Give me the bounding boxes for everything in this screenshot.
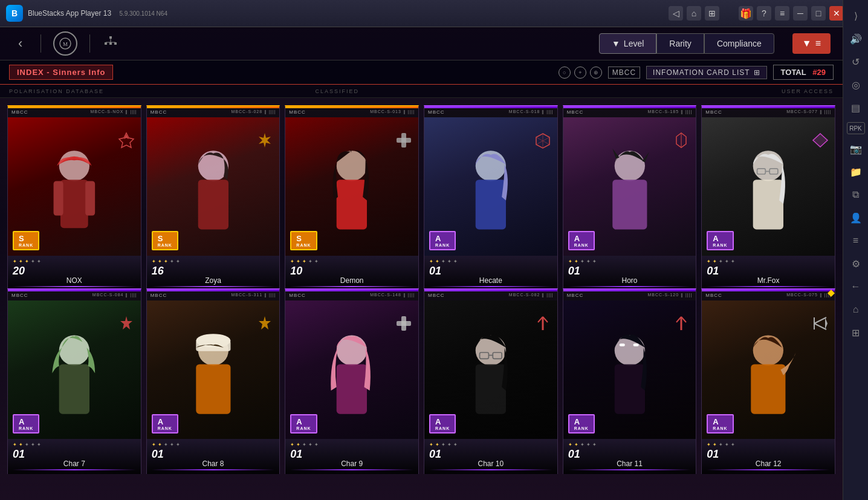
svg-rect-11 [60, 180, 88, 228]
filter-button[interactable]: ▼ ≡ [792, 33, 831, 54]
multiwindow-btn[interactable]: ⊞ [705, 6, 719, 21]
sidebar-folder-icon[interactable]: 📁 [845, 161, 867, 183]
sidebar-sound-icon[interactable]: 🔊 [845, 28, 867, 50]
char-level: 01 [568, 265, 691, 276]
char-name: NOX [13, 276, 136, 285]
stars-row: ✦ ✦ ✦ ✦ ✦ [707, 259, 830, 264]
char-level: 01 [152, 449, 275, 459]
sidebar-back-icon[interactable]: ← [845, 276, 867, 297]
char-card-11[interactable]: MBCC MBCC-S-120 ‖ |||| [563, 288, 697, 474]
sort-rarity-btn[interactable]: Rarity [656, 33, 704, 54]
restore-btn[interactable]: □ [811, 6, 826, 21]
svg-rect-15 [198, 180, 228, 229]
sidebar-settings-icon[interactable]: ⚙ [845, 253, 867, 274]
char-card-horo[interactable]: MBCC MBCC-S-185 ‖ |||| ARANK [563, 105, 697, 291]
sidebar-user-icon[interactable]: 👤 [845, 207, 867, 229]
char-card-nox[interactable]: MBCC MBCC-S-NOX ‖ |||| [7, 105, 141, 291]
rank-badge: ARANK [290, 414, 317, 433]
stars-row: ✦ ✦ ✦ ✦ ✦ [13, 259, 136, 264]
svg-rect-54 [633, 343, 638, 346]
char-name: Char 7 [13, 459, 136, 468]
char-level: 01 [290, 449, 413, 459]
card-bottom: ✦ ✦ ✦ ✦ ✦ 01 Char 9 [285, 440, 418, 474]
sidebar-rpk-icon[interactable]: RPK [847, 122, 865, 134]
sidebar-screenshot-icon[interactable]: 📷 [845, 138, 867, 160]
sidebar-rotate-icon[interactable]: ↺ [845, 51, 867, 73]
nav-back-button[interactable]: ‹ [12, 33, 28, 54]
char-name: Char 12 [707, 459, 830, 468]
card-accent [563, 290, 696, 291]
svg-rect-2 [109, 36, 112, 39]
sort-compliance-btn[interactable]: Compliance [704, 33, 774, 54]
char-card-hecate[interactable]: MBCC MBCC-S-018 ‖ |||| ARANK [424, 105, 558, 291]
card-bottom: ✦ ✦ ✦ ✦ ✦ 01 Char 7 [8, 440, 141, 474]
char-card-zoya[interactable]: MBCC MBCC-S-028 ‖ |||| SRANK [146, 105, 280, 291]
sidebar-camera-icon[interactable]: ◎ [845, 74, 867, 96]
char-name: Hecate [429, 276, 552, 285]
char-level: 01 [429, 449, 552, 459]
char-level: 01 [707, 449, 830, 459]
stars-row: ✦ ✦ ✦ ✦ ✦ [429, 259, 552, 264]
svg-rect-39 [337, 364, 367, 414]
sidebar-stack-icon[interactable]: ≡ [845, 230, 867, 252]
rank-badge: ARANK [429, 414, 456, 433]
card-accent [285, 106, 418, 108]
rank-badge: ARANK [13, 414, 39, 433]
char-card-12[interactable]: MBCC MBCC-S-075 ‖ |||| ARANK [701, 288, 835, 474]
rank-badge: ARANK [707, 414, 733, 433]
svg-rect-31 [59, 364, 89, 414]
filter-icon: ▼ [802, 38, 812, 49]
svg-rect-24 [612, 180, 647, 229]
minimize-btn[interactable]: ─ [793, 6, 808, 21]
sort-level-btn[interactable]: ▼ Level [599, 33, 656, 54]
filter-lines-icon: ≡ [815, 38, 821, 49]
sidebar-home-icon[interactable]: ⌂ [845, 299, 867, 320]
char-card-mrfox[interactable]: MBCC MBCC-S-077 ‖ |||| [701, 105, 835, 291]
home-btn[interactable]: ⌂ [687, 6, 701, 21]
char-name: Char 11 [568, 459, 691, 468]
info-card-list-btn[interactable]: INFOMATION CARD LIST ⊞ [646, 66, 766, 79]
menu-btn[interactable]: ≡ [775, 6, 789, 21]
sidebar-layers-icon[interactable]: ⧉ [845, 184, 867, 206]
svg-rect-13 [85, 181, 95, 215]
svg-rect-5 [114, 42, 117, 45]
sub-bar: POLARISATION DATABASE CLASSIFIED USER AC… [0, 85, 843, 98]
char-card-7[interactable]: MBCC MBCC-S-084 ‖ |||| [7, 288, 141, 474]
mbcc-dot-3: ⊕ [590, 67, 602, 79]
title-bar-controls[interactable]: ◁ ⌂ ⊞ 🎁 ? ≡ ─ □ ✕ ⟩ [669, 6, 862, 21]
card-accent [424, 106, 557, 108]
svg-rect-33 [196, 364, 230, 414]
svg-rect-19 [337, 180, 367, 229]
char-name: Char 9 [290, 459, 413, 468]
stars-row: ✦ ✦ ✦ ✦ ✦ [429, 442, 552, 447]
stars-row: ✦ ✦ ✦ ✦ ✦ [568, 259, 691, 264]
sub-bar-left-text: POLARISATION DATABASE [9, 88, 104, 94]
char-card-8[interactable]: MBCC MBCC-S-311 ‖ |||| [146, 288, 280, 474]
stars-row: ✦ ✦ ✦ ✦ ✦ [152, 442, 275, 447]
card-accent [147, 290, 280, 291]
sidebar-map-icon[interactable]: ▤ [845, 97, 867, 119]
svg-marker-58 [825, 317, 828, 330]
back-btn[interactable]: ◁ [669, 6, 683, 21]
char-name: Demon [290, 276, 413, 285]
nav-logo[interactable]: M [53, 31, 77, 56]
sidebar-apps-icon[interactable]: ⊞ [845, 322, 867, 343]
svg-rect-44 [476, 364, 506, 414]
char-card-10[interactable]: MBCC MBCC-S-082 ‖ |||| [424, 288, 558, 474]
sidebar-expand-icon[interactable]: ⟩ [845, 5, 867, 27]
char-level: 01 [568, 449, 691, 459]
nav-tree-icon[interactable] [102, 34, 119, 54]
card-bottom: ✦ ✦ ✦ ✦ ✦ 20 NOX [8, 256, 141, 291]
char-card-9[interactable]: MBCC MBCC-S-148 ‖ |||| ARANK [285, 288, 419, 474]
gift-btn[interactable]: 🎁 [739, 6, 753, 21]
char-name: Horo [568, 276, 691, 285]
help-btn[interactable]: ? [757, 6, 771, 21]
sort-buttons: ▼ Level Rarity Compliance [599, 33, 774, 54]
char-card-demon[interactable]: MBCC MBCC-S-013 ‖ |||| SRANK [285, 105, 419, 291]
info-bar-right: ○ + ⊕ MBCC INFOMATION CARD LIST ⊞ TOTAL … [559, 65, 834, 80]
index-label: INDEX - Sinners Info [9, 65, 113, 80]
rank-badge: SRANK [152, 231, 178, 250]
card-bottom: ✦ ✦ ✦ ✦ ✦ 01 Char 12 [702, 440, 835, 474]
close-btn[interactable]: ✕ [829, 6, 844, 21]
stars-row: ✦ ✦ ✦ ✦ ✦ [152, 259, 275, 264]
